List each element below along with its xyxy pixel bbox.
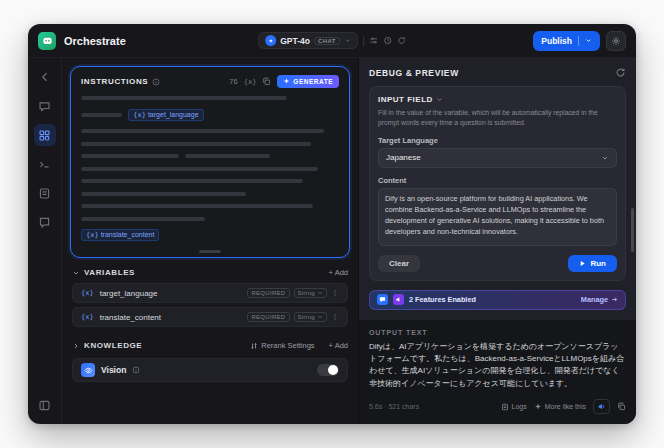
topbar: Orchestrate ✦ GPT-4o CHAT [28, 24, 636, 58]
skeleton-line [81, 204, 313, 208]
input-field-description: Fill in the value of the variable, which… [378, 108, 617, 128]
skeleton-line [81, 96, 287, 100]
play-icon [579, 260, 586, 267]
refresh-icon[interactable] [397, 36, 406, 45]
generate-button[interactable]: GENERATE [277, 75, 339, 88]
row-menu-icon[interactable] [331, 289, 339, 297]
vision-label: Vision [101, 365, 126, 375]
token-prefix: {x} [133, 111, 146, 119]
knowledge-header: KNOWLEDGE Rerank Settings + Add [72, 341, 348, 350]
chevron-down-icon [317, 290, 323, 296]
vision-toggle[interactable] [317, 364, 339, 376]
speaker-icon[interactable] [593, 399, 610, 414]
variables-header: VARIABLES + Add [72, 268, 348, 277]
dify-logo-icon[interactable] [38, 32, 56, 50]
divider [578, 36, 579, 46]
debug-title: DEBUG & PREVIEW [369, 68, 459, 78]
content-textarea[interactable]: Dify is an open-source platform for buil… [378, 188, 617, 246]
chat-icon[interactable] [34, 95, 56, 117]
arrow-right-icon [611, 296, 618, 303]
model-selector[interactable]: ✦ GPT-4o CHAT [258, 32, 358, 49]
debug-panel: DEBUG & PREVIEW INPUT FIELD Fill in the … [358, 58, 636, 424]
resize-handle[interactable] [199, 250, 221, 253]
add-variable-button[interactable]: + Add [329, 268, 348, 277]
logs-icon [501, 403, 509, 411]
rerank-icon [250, 342, 258, 350]
feature-chat-icon [377, 294, 388, 305]
knowledge-title: KNOWLEDGE [84, 341, 142, 350]
skeleton-line [81, 129, 324, 133]
restart-icon[interactable] [615, 67, 626, 78]
variable-x-icon: {x} [81, 313, 94, 321]
chevron-down-icon [585, 37, 592, 44]
clear-button[interactable]: Clear [378, 255, 420, 272]
add-knowledge-button[interactable]: + Add [329, 341, 348, 350]
variable-meta: REQUIRED String [247, 312, 339, 322]
variables-title: VARIABLES [84, 268, 135, 277]
app-window: Orchestrate ✦ GPT-4o CHAT [28, 24, 636, 424]
debug-top: DEBUG & PREVIEW INPUT FIELD Fill in the … [359, 58, 636, 320]
row-menu-icon[interactable] [331, 313, 339, 321]
rerank-settings-button[interactable]: Rerank Settings [250, 341, 314, 350]
copy-icon[interactable] [262, 77, 271, 86]
chevron-down-icon [601, 154, 609, 162]
orchestrate-panel: INSTRUCTIONS 76 {x} GENERATE [62, 58, 358, 424]
manage-features-button[interactable]: Manage [581, 295, 618, 304]
gear-icon[interactable] [606, 31, 626, 51]
variable-brace-icon[interactable]: {x} [244, 78, 257, 86]
skeleton-line [81, 154, 179, 158]
variable-name: target_language [100, 289, 158, 298]
collapse-panel-icon[interactable] [34, 394, 56, 416]
token-label: translate_content [101, 231, 155, 238]
info-icon [132, 366, 140, 374]
content-field-label: Content [378, 176, 617, 185]
vision-row: Vision [72, 358, 348, 382]
copy-icon[interactable] [617, 402, 626, 411]
scrollbar[interactable] [631, 208, 634, 252]
sidebar-item-orchestrate[interactable] [34, 124, 56, 146]
model-cluster: ✦ GPT-4o CHAT [258, 32, 406, 49]
feature-tts-icon [393, 294, 404, 305]
generate-label: GENERATE [293, 78, 333, 85]
variable-row[interactable]: {x} target_language REQUIRED String [72, 283, 348, 303]
output-stats: 5.6s · 521 chars [369, 403, 419, 410]
instructions-toolbar: 76 {x} GENERATE [229, 75, 339, 88]
debug-header: DEBUG & PREVIEW [369, 67, 626, 78]
output-section: OUTPUT TEXT Difyは、AIアプリケーションを構築するためのオープン… [359, 320, 636, 424]
features-bar[interactable]: 2 Features Enabled Manage [369, 290, 626, 310]
language-select[interactable]: Japanese [378, 148, 617, 168]
prompt-editor[interactable]: {x}target_language {x}translate_content [81, 96, 339, 248]
variable-token[interactable]: {x}target_language [128, 109, 203, 121]
skeleton-line [81, 179, 303, 183]
input-field-header[interactable]: INPUT FIELD [378, 95, 617, 104]
more-like-this-button[interactable]: More like this [534, 403, 586, 411]
history-icon[interactable] [383, 36, 392, 45]
variable-name: translate_content [100, 313, 161, 322]
logs-icon[interactable] [34, 182, 56, 204]
token-label: target_language [148, 111, 199, 118]
variable-token[interactable]: {x}translate_content [81, 229, 159, 241]
run-button[interactable]: Run [568, 255, 617, 272]
model-name: GPT-4o [280, 36, 310, 46]
skeleton-line [81, 167, 318, 171]
main-area: INSTRUCTIONS 76 {x} GENERATE [28, 58, 636, 424]
back-arrow-icon[interactable] [34, 66, 56, 88]
chevron-right-icon[interactable] [72, 342, 80, 350]
sparkle-icon [534, 403, 542, 411]
chevron-down-icon[interactable] [72, 269, 80, 277]
type-badge[interactable]: String [294, 312, 327, 322]
logs-button[interactable]: Logs [501, 403, 527, 411]
instructions-card[interactable]: INSTRUCTIONS 76 {x} GENERATE [70, 66, 350, 258]
instructions-title: INSTRUCTIONS [81, 77, 148, 86]
annotation-icon[interactable] [34, 211, 56, 233]
model-mode-badge: CHAT [314, 37, 340, 45]
page-title: Orchestrate [64, 35, 126, 47]
publish-button[interactable]: Publish [533, 31, 600, 51]
skeleton-line [81, 192, 246, 196]
variable-row[interactable]: {x} translate_content REQUIRED String [72, 307, 348, 327]
type-badge[interactable]: String [294, 288, 327, 298]
topbar-actions: Publish [533, 31, 626, 51]
output-title: OUTPUT TEXT [369, 329, 626, 336]
api-terminal-icon[interactable] [34, 153, 56, 175]
params-sliders-icon[interactable] [369, 36, 378, 45]
